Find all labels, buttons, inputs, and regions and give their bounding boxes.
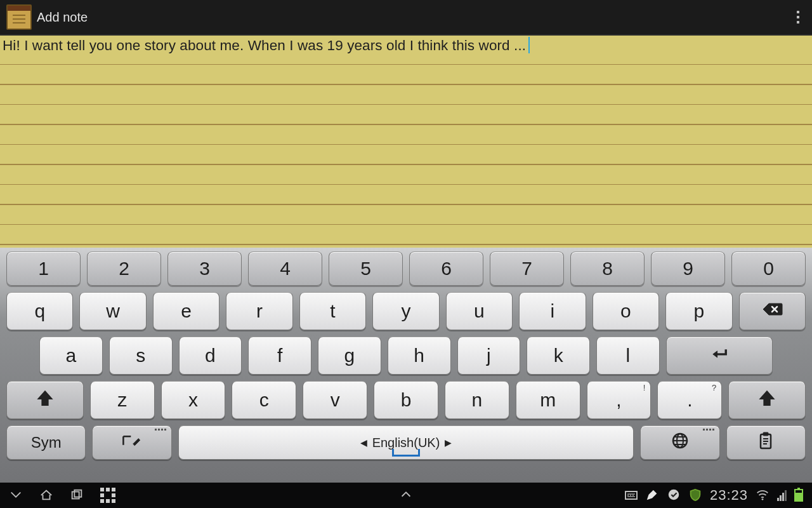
battery-icon bbox=[794, 489, 803, 502]
key-a[interactable]: a bbox=[39, 337, 103, 375]
overflow-menu-icon[interactable] bbox=[790, 10, 806, 25]
backspace-icon bbox=[761, 300, 783, 323]
nav-back-icon[interactable] bbox=[9, 488, 23, 504]
key-shift-right[interactable] bbox=[728, 381, 806, 419]
space-bar-icon bbox=[392, 449, 420, 457]
key-3[interactable]: 3 bbox=[167, 251, 242, 286]
key-5[interactable]: 5 bbox=[329, 251, 403, 286]
pencil-icon[interactable] bbox=[645, 488, 659, 504]
clock-time: 23:23 bbox=[710, 487, 748, 504]
svg-point-6 bbox=[669, 489, 679, 500]
key-j[interactable]: j bbox=[457, 337, 521, 375]
enter-icon bbox=[709, 344, 730, 368]
key-p[interactable]: p bbox=[665, 292, 732, 330]
key-c[interactable]: c bbox=[232, 381, 296, 419]
key-t[interactable]: t bbox=[299, 292, 366, 330]
svg-point-7 bbox=[762, 498, 764, 500]
longpress-dots-icon bbox=[703, 429, 714, 431]
note-editor[interactable]: Hi! I want tell you one story about me. … bbox=[0, 36, 812, 248]
clipboard-icon bbox=[755, 431, 776, 455]
key-g[interactable]: g bbox=[318, 337, 381, 375]
longpress-dots-icon bbox=[155, 429, 166, 431]
key-z[interactable]: z bbox=[90, 381, 155, 419]
key-f[interactable]: f bbox=[248, 337, 311, 375]
screenshot-icon[interactable] bbox=[100, 488, 115, 503]
chevron-right-icon: ▶ bbox=[445, 438, 452, 448]
handwriting-icon bbox=[121, 431, 143, 455]
key-u[interactable]: u bbox=[446, 292, 513, 330]
key-shift-left[interactable] bbox=[6, 381, 84, 419]
key-w[interactable]: w bbox=[79, 292, 146, 330]
key-8[interactable]: 8 bbox=[570, 251, 645, 286]
key-l[interactable]: l bbox=[596, 337, 660, 375]
app-icon bbox=[6, 4, 32, 30]
key-y[interactable]: y bbox=[372, 292, 439, 330]
system-bar: 23:23 bbox=[0, 483, 812, 508]
key-row-qwerty: q w e r t y u i o p bbox=[6, 292, 806, 330]
shift-up-icon bbox=[756, 389, 778, 412]
key-backspace[interactable] bbox=[739, 292, 806, 330]
key-row-home: a s d f g h j k l bbox=[6, 337, 806, 375]
signal-icon bbox=[777, 490, 787, 501]
key-row-numbers: 1 2 3 4 5 6 7 8 9 0 bbox=[6, 251, 806, 286]
svg-rect-5 bbox=[74, 490, 81, 497]
key-x[interactable]: x bbox=[161, 381, 226, 419]
key-period[interactable]: .? bbox=[657, 381, 722, 419]
svg-rect-4 bbox=[72, 491, 79, 498]
key-7[interactable]: 7 bbox=[490, 251, 564, 286]
key-row-fn: Sym ◀ English(UK) ▶ bbox=[6, 425, 806, 460]
key-4[interactable]: 4 bbox=[248, 251, 322, 286]
app-title: Add note bbox=[37, 10, 88, 25]
ime-indicator-icon[interactable] bbox=[625, 491, 638, 500]
key-handwriting[interactable] bbox=[92, 425, 171, 460]
key-clipboard[interactable] bbox=[726, 425, 806, 460]
sync-ok-icon bbox=[667, 488, 681, 504]
key-enter[interactable] bbox=[666, 337, 773, 375]
key-0[interactable]: 0 bbox=[731, 251, 806, 286]
nav-expand-icon[interactable] bbox=[399, 493, 413, 504]
key-k[interactable]: k bbox=[527, 337, 590, 375]
note-text-content: Hi! I want tell you one story about me. … bbox=[3, 37, 530, 54]
key-d[interactable]: d bbox=[179, 337, 242, 375]
key-language[interactable] bbox=[640, 425, 719, 460]
nav-recent-icon[interactable] bbox=[70, 488, 84, 504]
key-m[interactable]: m bbox=[516, 381, 580, 419]
nav-home-icon[interactable] bbox=[39, 488, 53, 504]
chevron-left-icon: ◀ bbox=[360, 438, 367, 448]
shift-up-icon bbox=[34, 389, 56, 412]
key-v[interactable]: v bbox=[303, 381, 367, 419]
app-bar: Add note bbox=[0, 0, 812, 36]
svg-rect-3 bbox=[763, 432, 768, 436]
soft-keyboard: 1 2 3 4 5 6 7 8 9 0 q w e r t y u i o p … bbox=[0, 248, 812, 483]
globe-icon bbox=[669, 431, 691, 455]
key-space[interactable]: ◀ English(UK) ▶ bbox=[178, 425, 634, 460]
key-b[interactable]: b bbox=[374, 381, 438, 419]
key-2[interactable]: 2 bbox=[87, 251, 161, 286]
key-s[interactable]: s bbox=[109, 337, 173, 375]
key-1[interactable]: 1 bbox=[6, 251, 81, 286]
key-9[interactable]: 9 bbox=[651, 251, 725, 286]
key-i[interactable]: i bbox=[519, 292, 586, 330]
key-e[interactable]: e bbox=[153, 292, 219, 330]
security-shield-icon bbox=[688, 488, 702, 504]
key-h[interactable]: h bbox=[388, 337, 451, 375]
key-o[interactable]: o bbox=[593, 292, 659, 330]
space-language-label: English(UK) bbox=[372, 436, 440, 450]
key-sym[interactable]: Sym bbox=[6, 425, 86, 460]
wifi-icon bbox=[756, 488, 769, 504]
key-comma[interactable]: ,! bbox=[587, 381, 652, 419]
key-q[interactable]: q bbox=[6, 292, 73, 330]
key-6[interactable]: 6 bbox=[409, 251, 483, 286]
key-n[interactable]: n bbox=[445, 381, 509, 419]
key-r[interactable]: r bbox=[226, 292, 292, 330]
text-cursor bbox=[528, 37, 530, 53]
key-row-bottom: z x c v b n m ,! .? bbox=[6, 381, 806, 419]
